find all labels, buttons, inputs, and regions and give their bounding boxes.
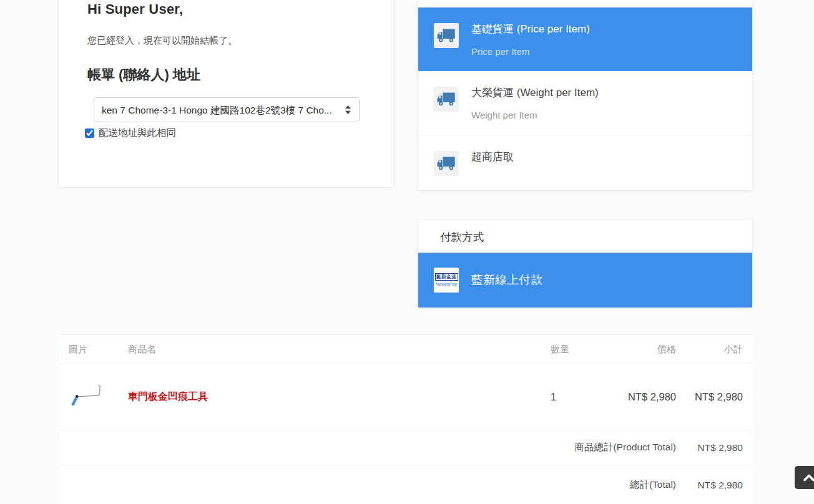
truck-icon [434,151,459,176]
shipping-option-title: 超商店取 [471,151,514,163]
col-header-subtotal: 小計 [676,344,743,356]
product-total-value: NT$ 2,980 [676,442,743,453]
scroll-to-top-button[interactable] [795,466,814,489]
col-header-price: 價格 [613,344,676,356]
billing-address-select[interactable]: ken 7 Chome-3-1 Hongo 建國路102巷2號3樓 7 Cho.… [94,97,360,122]
shipping-option-subtitle: Weight per Item [471,110,599,120]
grand-total-row: 總計(Total) NT$ 2,980 [59,465,752,504]
grand-total-value: NT$ 2,980 [676,480,743,491]
shipping-methods-card: 基礎貨運 (Price per Item) Price per Item 大榮貨… [418,0,752,190]
chevron-up-icon [803,473,814,482]
newebpay-logo-cjk: 藍新金流 [435,273,458,281]
payment-option-title: 藍新線上付款 [471,272,542,288]
product-subtotal: NT$ 2,980 [676,391,743,403]
product-quantity: 1 [551,391,613,403]
payment-heading: 付款方式 [418,220,752,253]
newebpay-logo-latin: NewebPay [436,282,457,287]
shipping-option-title: 大榮貨運 (Weight per Item) [471,87,599,99]
billing-address-heading: 帳單 (聯絡人) 地址 [87,65,365,84]
table-row: 車門板金凹痕工具 1 NT$ 2,980 NT$ 2,980 [59,364,752,430]
shipping-option-title: 基礎貨運 (Price per Item) [471,23,590,36]
product-price: NT$ 2,980 [613,391,676,403]
col-header-name: 商品名 [128,344,551,356]
shipping-option-weight[interactable]: 大榮貨運 (Weight per Item) Weight per Item [418,71,752,135]
same-shipping-address-checkbox[interactable] [85,128,94,138]
product-total-row: 商品總計(Product Total) NT$ 2,980 [59,430,752,465]
col-header-image: 圖片 [69,344,128,356]
billing-card: Hi Super User, 您已經登入，現在可以開始結帳了。 帳單 (聯絡人)… [59,0,393,187]
truck-icon [434,87,459,112]
shipping-option-store-pickup[interactable]: 超商店取 [418,135,752,190]
truck-icon [434,23,459,48]
login-status-text: 您已經登入，現在可以開始結帳了。 [87,35,365,47]
billing-address-select-wrap: ken 7 Chome-3-1 Hongo 建國路102巷2號3樓 7 Cho.… [94,97,360,122]
cart-summary-table: 圖片 商品名 數量 價格 小計 車門板金凹痕工具 1 NT$ 2,980 NT$… [59,334,752,504]
product-link[interactable]: 車門板金凹痕工具 [128,391,208,402]
product-thumbnail [69,379,128,415]
same-shipping-address-row[interactable]: 配送地址與此相同 [85,127,365,140]
shipping-option-subtitle: Price per Item [471,46,590,57]
product-total-label: 商品總計(Product Total) [69,441,676,454]
same-shipping-address-label: 配送地址與此相同 [99,127,176,140]
shipping-option-basic[interactable]: 基礎貨運 (Price per Item) Price per Item [418,7,752,71]
cart-header-row: 圖片 商品名 數量 價格 小計 [59,335,752,364]
payment-methods-card: 付款方式 藍新金流 NewebPay 藍新線上付款 [418,220,752,308]
greeting-title: Hi Super User, [87,1,365,17]
newebpay-logo: 藍新金流 NewebPay [434,268,459,293]
col-header-qty: 數量 [551,344,613,356]
grand-total-label: 總計(Total) [69,478,676,492]
payment-option-newebpay[interactable]: 藍新金流 NewebPay 藍新線上付款 [418,253,752,308]
